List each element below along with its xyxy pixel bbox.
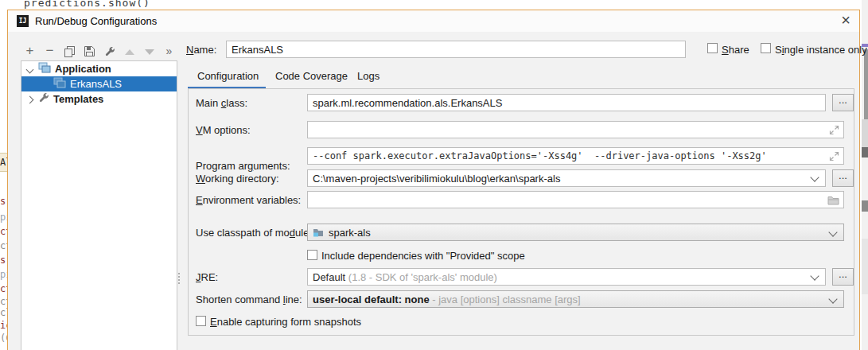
use-classpath-label: Use classpath of module:: [196, 227, 312, 239]
program-arguments-field[interactable]: --conf spark.executor.extraJavaOptions='…: [307, 147, 844, 165]
tab-logs[interactable]: Logs: [357, 70, 380, 82]
shorten-command-line-label: Shorten command line:: [196, 294, 302, 305]
close-icon[interactable]: ×: [841, 12, 850, 28]
main-class-field[interactable]: spark.ml.recommendation.als.ErkansALS: [307, 94, 826, 111]
expand-field-icon[interactable]: [829, 124, 839, 138]
jre-label: JRE:: [196, 271, 218, 283]
copy-icon-svg: [64, 46, 75, 57]
screen: predictions.show() Al s ( pi ct ct s ( p…: [0, 0, 868, 350]
share-checkbox[interactable]: [707, 43, 718, 53]
module-icon: [313, 228, 324, 237]
tree-item-label: Application: [55, 63, 111, 75]
tree-item-label: ErkansALS: [70, 78, 122, 90]
main-class-browse-button[interactable]: ...: [832, 94, 854, 111]
chevron-down-icon[interactable]: [27, 63, 38, 75]
shorten-command-line-combobox[interactable]: user-local default: none - java [options…: [307, 290, 844, 308]
more-icon[interactable]: »: [159, 43, 179, 59]
remove-icon[interactable]: −: [40, 43, 60, 59]
environment-variables-field[interactable]: [307, 191, 844, 208]
save-icon[interactable]: [80, 43, 99, 59]
intellij-logo-icon: IJ: [17, 15, 29, 27]
include-provided-checkbox[interactable]: [307, 250, 317, 260]
jre-combobox[interactable]: Default (1.8 - SDK of 'spark-als' module…: [307, 268, 826, 286]
chevron-right-icon[interactable]: [27, 93, 38, 105]
tab-code-coverage[interactable]: Code Coverage: [275, 70, 348, 82]
folder-icon[interactable]: [827, 194, 839, 208]
name-label: Name:: [186, 44, 216, 56]
enable-snapshots-label[interactable]: Enable capturing form snapshots: [210, 316, 361, 328]
move-up-icon: [119, 43, 139, 59]
include-provided-label[interactable]: Include dependencies with "Provided" sco…: [321, 250, 525, 262]
enable-snapshots-checkbox[interactable]: [196, 316, 206, 326]
dialog-titlebar[interactable]: IJ Run/Debug Configurations ×: [8, 10, 859, 32]
vm-options-label: VM options:: [196, 124, 251, 136]
wrench-icon[interactable]: [99, 43, 119, 59]
tree-item-application[interactable]: Application: [21, 61, 177, 76]
wrench-icon-svg: [104, 46, 115, 57]
configurations-toolbar: + − »: [20, 41, 182, 61]
program-arguments-label: Program arguments:: [196, 160, 290, 172]
module-combobox[interactable]: spark-als: [307, 224, 844, 241]
background-code-line: predictions.show(): [24, 0, 150, 9]
working-directory-combobox[interactable]: C:\maven-projects\veribilimiokulu\blog\e…: [307, 169, 826, 187]
splitter-handle[interactable]: [177, 271, 181, 286]
working-directory-label: Working directory:: [196, 173, 279, 185]
copy-icon[interactable]: [60, 43, 80, 59]
tree-item-templates[interactable]: Templates: [21, 91, 177, 107]
templates-wrench-icon: [38, 92, 49, 106]
tab-configuration[interactable]: Configuration: [197, 70, 259, 82]
application-type-icon: [38, 62, 51, 76]
move-down-icon: [139, 43, 159, 59]
expand-field-icon[interactable]: [829, 150, 839, 165]
save-icon-svg: [84, 46, 95, 56]
dialog-title: Run/Debug Configurations: [35, 15, 157, 27]
application-config-icon: [53, 77, 66, 91]
single-instance-checkbox[interactable]: [761, 43, 771, 53]
configurations-tree: Application ErkansALS: [21, 60, 177, 350]
main-class-label: Main class:: [196, 97, 247, 109]
add-icon[interactable]: +: [20, 43, 40, 59]
tree-item-erkansals[interactable]: ErkansALS: [21, 76, 177, 91]
run-debug-configurations-dialog: IJ Run/Debug Configurations × + −: [7, 10, 860, 350]
working-directory-browse-button[interactable]: ...: [832, 169, 854, 187]
share-label[interactable]: Share: [722, 44, 749, 56]
tree-item-label: Templates: [53, 93, 103, 105]
single-instance-label[interactable]: Single instance only: [775, 44, 867, 56]
name-input[interactable]: ErkansALS: [226, 41, 686, 58]
environment-variables-label: Environment variables:: [196, 194, 301, 206]
jre-browse-button[interactable]: ...: [832, 268, 854, 286]
vm-options-field[interactable]: [307, 121, 844, 138]
